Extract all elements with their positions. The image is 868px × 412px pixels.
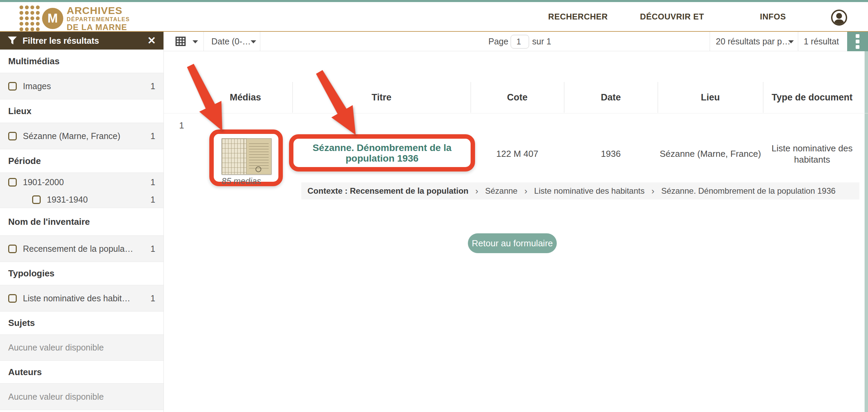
column-divider xyxy=(658,82,658,113)
toolbar-divider xyxy=(203,32,204,51)
filter-section-lieux: Lieux xyxy=(0,99,163,123)
sort-select[interactable]: Date (0-… xyxy=(211,32,251,51)
results-per-page-select[interactable]: 20 résultats par p… xyxy=(716,32,790,51)
nav-decouvrir-et-enseigner[interactable]: DÉCOUVRIR ET ENSEIGNER xyxy=(622,2,722,31)
chevron-down-icon[interactable] xyxy=(251,40,256,43)
filter-panel-header: Filtrer les résultats ✕ xyxy=(0,32,163,50)
filter-empty-sujets: Aucune valeur disponible xyxy=(0,334,163,361)
toolbar-divider xyxy=(798,32,798,51)
column-divider xyxy=(763,82,763,113)
annotation-box-media: 85 medias xyxy=(209,129,283,186)
site-header: M ARCHIVES DÉPARTEMENTALES DE LA MARNE R… xyxy=(0,2,868,32)
filter-panel-title: Filtrer les résultats xyxy=(23,36,99,46)
user-account-icon[interactable] xyxy=(831,10,847,26)
cell-lieu: Sézanne (Marne, France) xyxy=(658,148,763,160)
breadcrumb-item-liste[interactable]: Liste nominative des habitants xyxy=(534,186,645,196)
filter-empty-auteurs: Aucune valeur disponible xyxy=(0,383,163,410)
filter-option-1931-1940[interactable]: 1931-1940 1 xyxy=(0,191,163,208)
breadcrumb-item-current[interactable]: Sézanne. Dénombrement de la population 1… xyxy=(661,186,836,196)
logo-line3: DE LA MARNE xyxy=(67,23,130,31)
column-header-lieu: Lieu xyxy=(658,82,763,113)
column-header-titre: Titre xyxy=(292,82,471,113)
filter-option-label: Images xyxy=(23,81,51,91)
filter-option-1901-2000[interactable]: 1901-2000 1 xyxy=(0,173,163,191)
filter-section-sujets: Sujets xyxy=(0,312,163,334)
thumbnail-stamp xyxy=(255,166,261,172)
filter-option-count: 1 xyxy=(150,293,155,303)
filter-sidebar: Filtrer les résultats ✕ Multimédias Imag… xyxy=(0,32,164,412)
document-thumbnail[interactable] xyxy=(222,138,272,175)
filter-option-count: 1 xyxy=(150,131,155,141)
chevron-down-icon[interactable] xyxy=(193,40,198,43)
toolbar-divider xyxy=(260,32,260,51)
filter-option-label: Liste nominative des habit… xyxy=(23,293,130,303)
result-title-link[interactable]: Sézanne. Dénombrement de la population 1… xyxy=(293,142,471,164)
logo-text: ARCHIVES DÉPARTEMENTALES DE LA MARNE xyxy=(67,5,130,31)
table-header-underline xyxy=(164,113,868,113)
toolbar-divider xyxy=(710,32,710,51)
scrollbar-track[interactable] xyxy=(865,51,868,412)
column-header-medias: Médias xyxy=(198,82,292,113)
thumbnail-left-page xyxy=(222,138,247,175)
filter-option-count: 1 xyxy=(150,81,155,91)
column-divider xyxy=(564,82,564,113)
filter-option-count: 1 xyxy=(150,244,155,254)
logo-monogram-icon: M xyxy=(42,8,63,29)
grid-view-icon[interactable] xyxy=(175,37,186,46)
filter-option-count: 1 xyxy=(150,195,155,205)
avatar-body-shape xyxy=(834,19,844,26)
logo-line1: ARCHIVES xyxy=(67,5,130,16)
nav-infos-pratiques[interactable]: INFOS PRATIQUES xyxy=(735,2,811,31)
cell-cote: 122 M 407 xyxy=(471,148,564,160)
page-label: Page xyxy=(488,32,508,51)
avatar-head-shape xyxy=(836,13,842,19)
page-number-input[interactable] xyxy=(511,35,529,49)
filter-section-auteurs: Auteurs xyxy=(0,361,163,383)
checkbox[interactable] xyxy=(8,132,17,140)
column-header-cote: Cote xyxy=(471,82,564,113)
column-header-type: Type de document xyxy=(763,82,861,113)
checkbox[interactable] xyxy=(8,82,17,91)
filter-option-count: 1 xyxy=(150,177,155,187)
nav-rechercher[interactable]: RECHERCHER xyxy=(547,2,609,31)
filter-section-periode: Période xyxy=(0,149,163,173)
breadcrumb-item-sezanne[interactable]: Sézanne xyxy=(485,186,517,196)
page-total-label: sur 1 xyxy=(532,32,551,51)
checkbox[interactable] xyxy=(8,178,17,187)
result-count: 1 résultat xyxy=(804,32,839,51)
results-toolbar: Date (0-… Page sur 1 20 résultats par p…… xyxy=(164,32,868,51)
breadcrumb-context: Contexte : Recensement de la population xyxy=(307,186,469,196)
filter-option-label: 1931-1940 xyxy=(47,195,88,205)
annotation-box-title: Sézanne. Dénombrement de la population 1… xyxy=(289,134,475,171)
media-count-caption: 85 medias xyxy=(222,176,261,186)
close-filters-icon[interactable]: ✕ xyxy=(147,36,156,46)
back-to-form-button[interactable]: Retour au formulaire xyxy=(468,233,557,253)
logo-dots-pattern xyxy=(19,5,40,31)
filter-section-inventaire: Nom de l'inventaire xyxy=(0,208,163,235)
filter-group-periode: 1901-2000 1 1931-1940 1 xyxy=(0,173,163,208)
cell-date: 1936 xyxy=(564,148,658,160)
breadcrumb-chevron-icon: › xyxy=(652,186,655,196)
chevron-down-icon[interactable] xyxy=(788,40,794,43)
column-divider xyxy=(292,82,293,113)
breadcrumb-chevron-icon: › xyxy=(524,186,527,196)
filter-section-typologies: Typologies xyxy=(0,262,163,285)
filter-option-label: Sézanne (Marne, France) xyxy=(23,131,120,141)
filter-option-liste-nominative[interactable]: Liste nominative des habit… 1 xyxy=(0,285,163,312)
checkbox[interactable] xyxy=(32,195,41,204)
filter-option-images[interactable]: Images 1 xyxy=(0,73,163,99)
kebab-menu-button[interactable] xyxy=(847,32,868,51)
filter-option-sezanne[interactable]: Sézanne (Marne, France) 1 xyxy=(0,123,163,149)
breadcrumb-chevron-icon: › xyxy=(475,186,478,196)
checkbox[interactable] xyxy=(8,294,17,303)
filter-option-label: Recensement de la popula… xyxy=(23,244,133,254)
checkbox[interactable] xyxy=(8,245,17,253)
filter-funnel-icon xyxy=(8,36,17,45)
thumbnail-right-page xyxy=(247,138,272,175)
site-logo[interactable]: M ARCHIVES DÉPARTEMENTALES DE LA MARNE xyxy=(19,5,130,31)
column-header-date: Date xyxy=(564,82,658,113)
column-divider xyxy=(471,82,471,113)
filter-option-label: 1901-2000 xyxy=(23,177,64,187)
filter-option-recensement[interactable]: Recensement de la popula… 1 xyxy=(0,235,163,262)
breadcrumb: Contexte : Recensement de la population … xyxy=(301,182,859,200)
